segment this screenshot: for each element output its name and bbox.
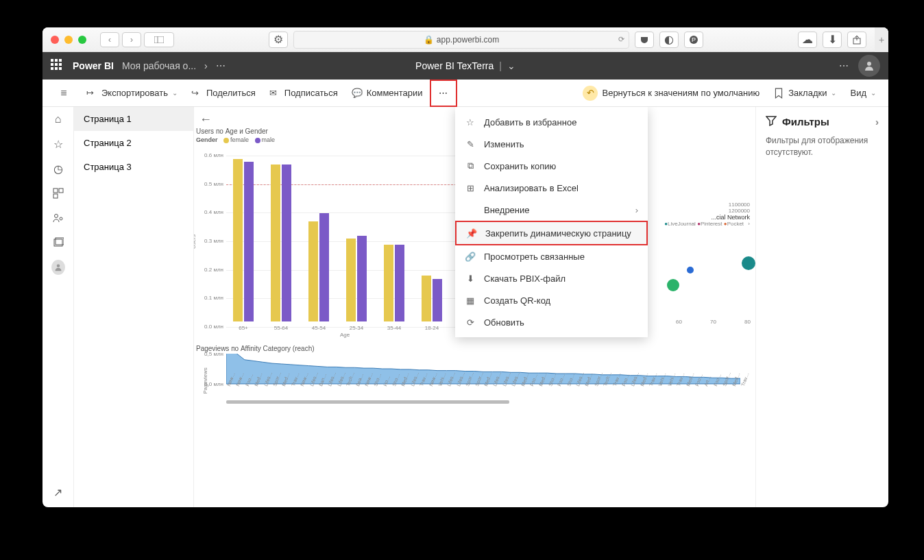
- hamburger-icon[interactable]: ≡: [60, 87, 66, 99]
- filter-icon: [766, 115, 777, 128]
- reset-label: Вернуться к значениям по умолчанию: [602, 88, 759, 98]
- report-canvas: ← Users по Age и Gender Gender female ma…: [194, 107, 755, 507]
- menu-item[interactable]: 🔗Просмотреть связанные: [455, 245, 648, 267]
- bar[interactable]: [384, 245, 393, 322]
- bookmarks-button[interactable]: Закладки ⌄: [766, 80, 843, 107]
- shared-icon[interactable]: [51, 211, 65, 225]
- chart-legend: Gender female male: [196, 136, 463, 143]
- nav-rail: ⌂ ☆ ◷ ↗: [42, 107, 74, 507]
- app-launcher-icon[interactable]: [51, 59, 64, 73]
- bookmark-icon: [773, 88, 784, 99]
- menu-item-label: Внедрение: [484, 205, 530, 215]
- scatter-point[interactable]: [687, 267, 694, 273]
- menu-item-label: Изменить: [484, 139, 524, 149]
- expand-icon[interactable]: ↗: [51, 485, 65, 499]
- address-bar[interactable]: 🔒 app.powerbi.com ⟳: [293, 31, 629, 49]
- menu-item[interactable]: ⟳Обновить: [455, 311, 648, 333]
- subscribe-label: Подписаться: [284, 88, 338, 98]
- undo-icon: ↶: [583, 86, 598, 101]
- share-button[interactable]: ↪ Поделиться: [184, 80, 263, 107]
- new-tab-button[interactable]: +: [875, 27, 888, 52]
- forward-button[interactable]: ›: [122, 32, 141, 47]
- apps-icon[interactable]: [51, 186, 65, 200]
- view-button[interactable]: Вид ⌄: [843, 80, 883, 107]
- menu-item[interactable]: ⬇Скачать PBIX-файл: [455, 267, 648, 289]
- cloud-icon[interactable]: ☁︎: [798, 32, 817, 48]
- my-workspace-avatar[interactable]: [51, 260, 65, 274]
- back-button[interactable]: ‹: [100, 32, 119, 47]
- crumb-overflow[interactable]: ⋯: [216, 60, 226, 71]
- more-actions-menu: ☆Добавить в избранное✎Изменить⧉Сохранить…: [455, 107, 648, 337]
- menu-item[interactable]: ☆Добавить в избранное: [455, 111, 648, 133]
- bar[interactable]: [308, 221, 318, 321]
- reset-button[interactable]: ↶ Вернуться к значениям по умолчанию: [576, 80, 766, 107]
- brand-label[interactable]: Power BI: [73, 60, 114, 71]
- menu-item-icon: ✎: [465, 138, 476, 149]
- menu-item[interactable]: Внедрение›: [455, 199, 648, 221]
- close-window-button[interactable]: [51, 36, 59, 44]
- menu-item-label: Сохранить копию: [484, 161, 556, 171]
- page-tab-3[interactable]: Страница 3: [74, 155, 193, 179]
- menu-item[interactable]: ⊞Анализировать в Excel: [455, 177, 648, 199]
- svg-point-10: [60, 217, 62, 220]
- menu-item-label: Добавить в избранное: [484, 117, 576, 127]
- reload-icon[interactable]: ⟳: [618, 35, 624, 44]
- more-actions-button[interactable]: ⋯: [430, 80, 457, 107]
- subscribe-button[interactable]: ✉ Подписаться: [263, 80, 345, 107]
- bar[interactable]: [433, 279, 442, 322]
- page-tab-1[interactable]: Страница 1: [74, 107, 193, 131]
- report-dropdown-chevron[interactable]: ⌄: [507, 60, 515, 71]
- sidebar-toggle-button[interactable]: [144, 32, 174, 47]
- bar[interactable]: [357, 236, 367, 321]
- ext-icon-2[interactable]: ◐: [659, 32, 679, 48]
- pinterest-ext-icon[interactable]: P: [684, 32, 703, 48]
- bar[interactable]: [244, 162, 254, 321]
- menu-item-icon: ⧉: [465, 160, 476, 171]
- menu-item-icon: ☆: [465, 117, 476, 127]
- bar[interactable]: [233, 159, 243, 322]
- bar[interactable]: [319, 213, 329, 321]
- export-button[interactable]: ↦ Экспортировать ⌄: [80, 80, 184, 107]
- crumb-chevron-icon: ›: [204, 60, 208, 71]
- filters-pane: Фильтры › Фильтры для отображения отсутс…: [755, 107, 888, 507]
- menu-item[interactable]: ✎Изменить: [455, 133, 648, 155]
- comments-label: Комментарии: [367, 88, 423, 98]
- menu-item[interactable]: 📌Закрепить динамическую страницу: [455, 221, 648, 245]
- bar-chart: Users по Age и Gender Gender female male…: [196, 127, 463, 347]
- downloads-icon[interactable]: ⬇: [823, 32, 842, 48]
- menu-item[interactable]: ⧉Сохранить копию: [455, 155, 648, 177]
- page-tab-2[interactable]: Страница 2: [74, 131, 193, 155]
- favorites-icon[interactable]: ☆: [51, 137, 65, 151]
- browser-window: ‹ › ⚙︎ 🔒 app.powerbi.com ⟳ ◐ P ☁︎ ⬇ + Po…: [42, 27, 888, 507]
- chevron-down-icon: ⌄: [831, 89, 836, 97]
- appbar-overflow[interactable]: ⋯: [839, 60, 849, 71]
- share-icon[interactable]: [847, 32, 866, 48]
- recent-icon[interactable]: ◷: [51, 162, 65, 175]
- comments-button[interactable]: 💬 Комментарии: [345, 80, 430, 107]
- back-arrow-icon[interactable]: ←: [199, 112, 212, 127]
- pocket-ext-icon[interactable]: [635, 32, 654, 48]
- preferences-button[interactable]: ⚙︎: [269, 32, 288, 48]
- menu-item-icon: 📌: [466, 228, 477, 239]
- menu-item-icon: ▦: [465, 295, 476, 306]
- minimize-window-button[interactable]: [64, 36, 73, 44]
- svg-point-9: [54, 215, 58, 218]
- svg-rect-8: [53, 194, 58, 198]
- scatter-point[interactable]: [742, 256, 755, 270]
- workspaces-icon[interactable]: [51, 236, 65, 249]
- powerbi-appbar: Power BI Моя рабочая о... › ⋯ Power BI T…: [42, 52, 888, 80]
- menu-item[interactable]: ▦Создать QR-код: [455, 289, 648, 311]
- svg-rect-6: [53, 188, 58, 193]
- workspace-crumb[interactable]: Моя рабочая о...: [122, 60, 196, 71]
- bar[interactable]: [395, 245, 404, 322]
- bar[interactable]: [346, 239, 356, 321]
- bar[interactable]: [271, 165, 280, 321]
- chevron-right-icon[interactable]: ›: [875, 116, 879, 127]
- bar[interactable]: [282, 165, 291, 321]
- user-avatar[interactable]: [858, 55, 880, 77]
- x-axis-label: Age: [340, 332, 350, 338]
- bar[interactable]: [422, 276, 431, 321]
- home-icon[interactable]: ⌂: [51, 112, 65, 126]
- scatter-point[interactable]: [667, 279, 679, 291]
- maximize-window-button[interactable]: [78, 36, 86, 44]
